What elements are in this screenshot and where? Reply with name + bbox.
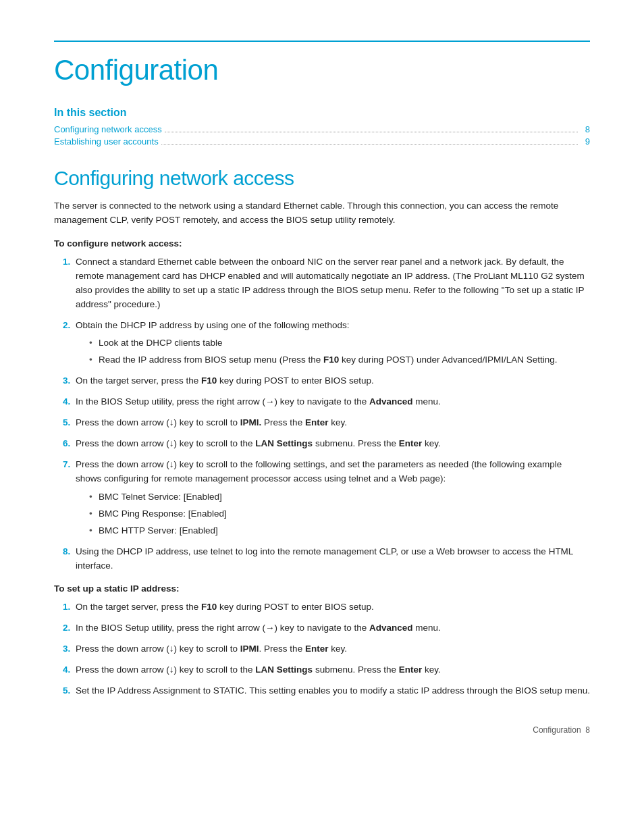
- configure-step-6: Press the down arrow (↓) key to scroll t…: [73, 437, 590, 451]
- page-header-rule: [54, 41, 590, 42]
- step2-bullet-1: Look at the DHCP clients table: [89, 336, 590, 350]
- subsection2: To set up a static IP address: On the ta…: [54, 583, 590, 698]
- step7-bullet-1: BMC Telnet Service: [Enabled]: [89, 490, 590, 504]
- configure-step-4: In the BIOS Setup utility, press the rig…: [73, 395, 590, 409]
- configure-step-2: Obtain the DHCP IP address by using one …: [73, 319, 590, 368]
- static-step-4: Press the down arrow (↓) key to scroll t…: [73, 663, 590, 677]
- step2-bullets: Look at the DHCP clients table Read the …: [89, 336, 590, 367]
- static-step-1: On the target server, press the F10 key …: [73, 600, 590, 615]
- configure-step-5: Press the down arrow (↓) key to scroll t…: [73, 416, 590, 430]
- step7-bullet-3: BMC HTTP Server: [Enabled]: [89, 524, 590, 538]
- static-step-5: Set the IP Address Assignment to STATIC.…: [73, 684, 590, 698]
- configure-step-8: Using the DHCP IP address, use telnet to…: [73, 545, 590, 573]
- footer-text: Configuration 8: [533, 725, 590, 735]
- toc-link-2[interactable]: Establishing user accounts: [54, 136, 159, 147]
- toc-page-2: 9: [581, 136, 590, 147]
- toc-item-2: Establishing user accounts 9: [54, 136, 590, 147]
- static-step-2: In the BIOS Setup utility, press the rig…: [73, 621, 590, 635]
- section1-intro: The server is connected to the network u…: [54, 199, 590, 228]
- page-footer: Configuration 8: [54, 725, 590, 735]
- step7-bullet-2: BMC Ping Response: [Enabled]: [89, 507, 590, 521]
- toc-page-1: 8: [581, 124, 590, 134]
- subsection2-heading: To set up a static IP address:: [54, 583, 590, 594]
- static-ip-steps-list: On the target server, press the F10 key …: [66, 600, 590, 698]
- section1-heading: Configuring network access: [54, 167, 590, 190]
- footer-page: 8: [585, 725, 590, 735]
- toc-item-1: Configuring network access 8: [54, 124, 590, 134]
- step2-bullet-2: Read the IP address from BIOS setup menu…: [89, 353, 590, 367]
- step7-bullets: BMC Telnet Service: [Enabled] BMC Ping R…: [89, 490, 590, 538]
- configure-step-1: Connect a standard Ethernet cable betwee…: [73, 255, 590, 312]
- static-step-3: Press the down arrow (↓) key to scroll t…: [73, 642, 590, 656]
- toc-dots-1: [165, 132, 578, 132]
- toc-heading: In this section: [54, 107, 590, 119]
- toc-link-1[interactable]: Configuring network access: [54, 124, 162, 134]
- toc-dots-2: [161, 144, 578, 145]
- subsection1-heading: To configure network access:: [54, 238, 590, 249]
- configure-step-7: Press the down arrow (↓) key to scroll t…: [73, 458, 590, 538]
- page-title: Configuration: [54, 54, 590, 86]
- configure-step-3: On the target server, press the F10 key …: [73, 374, 590, 388]
- toc-section: In this section Configuring network acce…: [54, 107, 590, 147]
- subsection1: To configure network access: Connect a s…: [54, 238, 590, 573]
- footer-label: Configuration: [533, 725, 581, 735]
- configure-steps-list: Connect a standard Ethernet cable betwee…: [66, 255, 590, 573]
